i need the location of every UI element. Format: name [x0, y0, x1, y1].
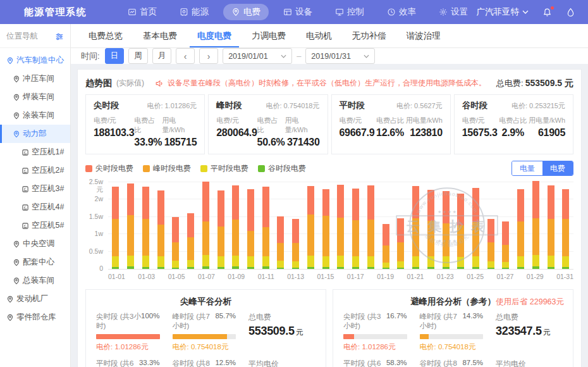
y-axis-unit: 元 — [97, 185, 104, 194]
stacked-bar — [383, 224, 389, 269]
tab-motor[interactable]: 电动机 — [298, 24, 340, 47]
segment-平时段电费 — [502, 262, 509, 268]
x-tick — [155, 273, 168, 282]
segment-平时段电费 — [517, 256, 524, 267]
segment-平时段电费 — [142, 256, 149, 267]
bar-01-09 — [228, 185, 243, 269]
notification-bell[interactable] — [542, 8, 552, 17]
legend-swatch — [200, 165, 207, 172]
mode-day-button[interactable]: 日 — [105, 48, 125, 64]
x-tick: 01-09 — [228, 273, 245, 282]
sidebar-item-power-dept[interactable]: 动力部 — [0, 125, 70, 143]
bar-01-28 — [513, 189, 529, 269]
sidebar-item-compressor5[interactable]: 空压机5# — [0, 216, 70, 235]
mode-month-button[interactable]: 月 — [152, 48, 172, 64]
nav-settings[interactable]: 设置 — [431, 4, 476, 20]
sidebar-item-compressor3[interactable]: 空压机3# — [0, 180, 70, 198]
tab-fee-overview[interactable]: 电费总览 — [81, 24, 130, 47]
company-selector[interactable]: 广汽菲亚特 — [477, 6, 529, 18]
next-period-button[interactable]: › — [199, 48, 218, 64]
stacked-bar — [262, 187, 269, 269]
toggle-energy[interactable]: 电量 — [512, 161, 542, 175]
legend-flat[interactable]: 平时段电费 — [200, 163, 248, 174]
nav-control[interactable]: 控制 — [327, 4, 372, 20]
progress-track — [173, 334, 236, 339]
trend-subtitle: (实际值) — [116, 78, 144, 89]
legend-sharp[interactable]: 尖时段电费 — [85, 163, 133, 174]
segment-尖时段电费 — [502, 221, 509, 245]
prev-period-button[interactable]: ‹ — [176, 48, 195, 64]
filter-icon[interactable] — [55, 32, 64, 41]
start-date-picker[interactable]: 2019/01/01 — [223, 48, 292, 64]
nav-label: 效率 — [399, 6, 416, 18]
nav-fee[interactable]: 电费 — [223, 4, 269, 20]
x-tick: 01-01 — [108, 273, 125, 282]
segment-峰时段电费 — [472, 222, 479, 256]
sidebar-item-compressor4[interactable]: 空压机4# — [0, 198, 70, 216]
price-label: 电价: 0.754018元 — [173, 342, 236, 352]
legend-peak[interactable]: 峰时段电费 — [143, 163, 191, 174]
segment-平时段电费 — [487, 261, 494, 268]
tab-energy-fee[interactable]: 电度电费 — [190, 24, 239, 47]
toggle-fee[interactable]: 电费 — [542, 161, 573, 175]
mode-week-button[interactable]: 周 — [128, 48, 148, 64]
tab-harmonic[interactable]: 谐波治理 — [399, 24, 448, 47]
pin-icon — [6, 57, 14, 65]
bar-01-10 — [243, 189, 259, 269]
sidebar-item-painting[interactable]: 涂装车间 — [0, 106, 70, 125]
tab-power-factor-fee[interactable]: 力调电费 — [244, 24, 293, 47]
x-tick: 01-29 — [527, 273, 544, 282]
end-date-picker[interactable]: 2019/01/31 — [305, 48, 375, 64]
nav-home[interactable]: 首页 — [119, 4, 165, 20]
progress-fill — [173, 334, 227, 339]
segment-谷时段电费 — [292, 268, 299, 269]
total-fee-block: 总电费 553509.5元 — [248, 312, 315, 352]
sidebar-item-compressor2[interactable]: 空压机2# — [0, 161, 70, 180]
sidebar-item-assembly[interactable]: 总装车间 — [0, 271, 70, 290]
tab-reactive-compensation[interactable]: 无功补偿 — [345, 24, 394, 47]
segment-峰时段电费 — [307, 215, 314, 256]
nav-device[interactable]: 设备 — [275, 4, 321, 20]
segment-尖时段电费 — [383, 224, 389, 246]
segment-谷时段电费 — [472, 267, 479, 269]
segment-谷时段电费 — [427, 267, 434, 269]
nav-energy[interactable]: 能源 — [171, 4, 217, 20]
sidebar-item-support-center[interactable]: 配套中心 — [0, 253, 70, 271]
segment-尖时段电费 — [157, 190, 164, 225]
sidebar-item-compressor1[interactable]: 空压机1# — [0, 143, 70, 161]
home-icon — [128, 8, 137, 16]
segment-谷时段电费 — [127, 266, 134, 269]
notification-dot — [551, 6, 554, 9]
chart-y-axis: 00.5w1w1.5w2w2.5w元 — [85, 181, 108, 270]
legend-valley[interactable]: 谷时段电费 — [258, 163, 306, 174]
segment-平时段电费 — [307, 256, 314, 267]
stacked-bar — [457, 194, 464, 269]
pin-icon — [13, 75, 20, 83]
card-valley-period: 谷时段电价: 0.253215元 电费/元15675.3 电费占比2.9% 用电… — [454, 94, 573, 154]
segment-峰时段电费 — [502, 245, 509, 263]
stacked-bar — [412, 186, 419, 269]
sidebar-item-central-ac[interactable]: 中央空调 — [0, 235, 70, 253]
pin-icon — [231, 8, 240, 16]
card-sharp-period: 尖时段电价: 1.01286元 电费/元188103.3 电费占比33.9% 用… — [85, 94, 205, 154]
sidebar-item-engine-plant[interactable]: 发动机厂 — [0, 290, 70, 308]
y-tick: 2w — [95, 195, 103, 202]
sidebar-item-auto-center[interactable]: 汽车制造中心 — [0, 51, 70, 70]
segment-谷时段电费 — [307, 267, 314, 269]
fee-value: 69667.9 — [340, 127, 375, 139]
sidebar-item-welding[interactable]: 焊装车间 — [0, 88, 70, 106]
stacked-bar — [187, 213, 194, 269]
stacked-bar — [157, 190, 164, 269]
segment-峰时段电费 — [352, 220, 359, 256]
sidebar-item-parts-warehouse[interactable]: 零件部仓库 — [0, 308, 70, 327]
tab-basic-fee[interactable]: 基本电费 — [135, 24, 185, 47]
segment-尖时段电费 — [247, 189, 254, 231]
x-tick: 01-21 — [407, 273, 424, 282]
analysis-item-peak: 峰时段 (共7小时)85.7% 电价: 0.754018元 — [173, 312, 236, 352]
water-drop-button[interactable] — [566, 8, 575, 17]
segment-峰时段电费 — [217, 227, 224, 256]
sidebar-item-stamping[interactable]: 冲压车间 — [0, 70, 70, 88]
nav-efficiency[interactable]: 效率 — [379, 4, 424, 20]
segment-尖时段电费 — [232, 185, 239, 220]
droplet-icon — [566, 8, 575, 17]
